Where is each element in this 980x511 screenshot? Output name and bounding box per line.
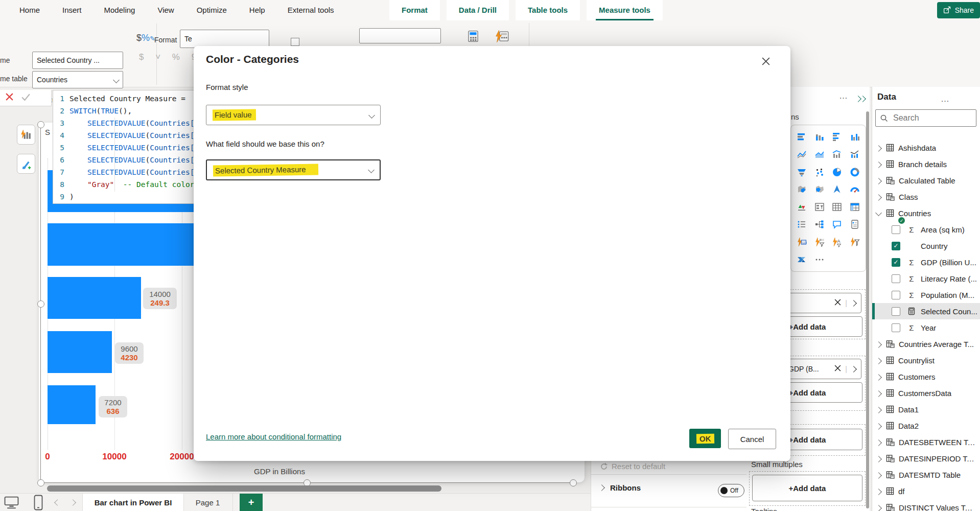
table-item-class[interactable]: Class <box>872 189 980 205</box>
table-item-calculated-table[interactable]: Calculated Table <box>872 172 980 189</box>
table-item-branch-details[interactable]: Branch details <box>872 156 980 172</box>
field-checkbox[interactable] <box>892 274 900 283</box>
field-checkbox[interactable] <box>892 291 900 299</box>
resize-handle[interactable] <box>570 479 577 486</box>
pie-visual-icon[interactable] <box>828 164 846 181</box>
ribbon-visual-icon[interactable] <box>793 164 811 181</box>
field-checkbox[interactable]: ✓ <box>892 242 900 250</box>
tab-measure-tools[interactable]: Measure tools <box>587 0 663 20</box>
ok-button[interactable]: OK <box>689 429 721 448</box>
share-button[interactable]: Share <box>937 2 980 18</box>
search-box[interactable] <box>875 109 976 127</box>
menu-item-optimize[interactable]: Optimize <box>185 0 238 20</box>
tab-data-drill[interactable]: Data / Drill <box>447 0 509 20</box>
page-tab-page1[interactable]: Page 1 <box>183 494 233 511</box>
format-visual-button[interactable] <box>17 154 35 174</box>
field-item-selected-coun-[interactable]: Selected Coun... <box>872 303 980 319</box>
table-item-customers[interactable]: Customers <box>872 368 980 385</box>
base-field-dropdown[interactable]: Selected Country Measure <box>206 159 381 180</box>
chevron-right-icon[interactable] <box>876 160 881 169</box>
cancel-button[interactable]: Cancel <box>728 429 776 449</box>
table-visual-icon[interactable] <box>828 198 846 216</box>
decomposition-tree-visual-icon[interactable] <box>811 216 829 233</box>
pane-scrollbar[interactable] <box>866 111 869 508</box>
ai-visual-visual-icon[interactable]: A <box>828 234 846 251</box>
quick-measure-icon[interactable] <box>495 30 510 45</box>
chevron-right-icon[interactable] <box>876 144 881 152</box>
chevron-right-icon[interactable] <box>876 193 881 201</box>
chevron-right-icon[interactable] <box>876 487 881 496</box>
kpi-visual-icon[interactable] <box>793 198 811 216</box>
chevron-right-icon[interactable] <box>876 373 881 381</box>
data-category-input[interactable] <box>359 28 441 43</box>
more-visual-icon[interactable] <box>811 251 829 268</box>
script-visual-visual-icon[interactable] <box>846 234 864 251</box>
field-item-literacy-rate-[interactable]: ΣLiteracy Rate (... <box>872 270 980 287</box>
format-style-dropdown[interactable]: Field value <box>206 105 381 125</box>
more-options-icon[interactable]: … <box>839 91 849 101</box>
paginated-report-visual-icon[interactable]: 123 <box>793 234 811 251</box>
bar[interactable] <box>48 277 141 319</box>
menu-item-help[interactable]: Help <box>238 0 276 20</box>
chevron-right-icon[interactable] <box>876 340 881 349</box>
new-measure-icon[interactable] <box>466 30 480 45</box>
azure-map-visual-icon[interactable] <box>828 181 846 198</box>
qa-visual-icon[interactable] <box>828 216 846 233</box>
menu-item-insert[interactable]: Insert <box>51 0 93 20</box>
field-item-gdp-billion-u-[interactable]: ✓ΣGDP (Billion U... <box>872 254 980 270</box>
checkbox-icon[interactable] <box>291 38 299 46</box>
ribbons-section[interactable]: Ribbons <box>599 483 641 492</box>
table-item-ashishdata[interactable]: Ashishdata <box>872 140 980 156</box>
chevron-right-icon[interactable] <box>876 389 881 398</box>
clustered-bar-visual-icon[interactable] <box>828 128 846 146</box>
number-format-buttons[interactable]: $ ˅ % 9 <box>139 52 201 62</box>
add-page-button[interactable]: + <box>240 494 263 511</box>
remove-field-icon[interactable] <box>834 365 841 373</box>
reset-to-default-button[interactable]: Reset to default <box>600 462 665 471</box>
field-item-country[interactable]: ✓Country <box>872 238 980 254</box>
smart-narrative-visual-icon[interactable] <box>846 216 864 233</box>
table-item-df[interactable]: df <box>872 483 980 499</box>
chevron-right-icon[interactable] <box>876 176 881 185</box>
tab-format[interactable]: Format <box>389 0 440 20</box>
filled-map-visual-icon[interactable] <box>811 181 829 198</box>
analyze-visual-button[interactable] <box>17 125 35 145</box>
next-page-icon[interactable] <box>71 498 75 506</box>
slicer-visual-icon[interactable] <box>793 216 811 233</box>
formatted-table-visual-icon[interactable] <box>811 198 829 216</box>
stacked-bar-visual-icon[interactable] <box>793 128 811 146</box>
mobile-view-icon[interactable] <box>34 495 43 511</box>
chevron-right-icon[interactable] <box>876 471 881 479</box>
area-visual-icon[interactable] <box>811 146 829 163</box>
donut-visual-icon[interactable] <box>846 164 864 181</box>
menu-item-view[interactable]: View <box>146 0 185 20</box>
table-item-countries[interactable]: ✓Countries <box>872 205 980 221</box>
measure-name-input[interactable]: Selected Country ... <box>32 52 123 69</box>
map-visual-icon[interactable] <box>793 181 811 198</box>
power-apps-visual-icon[interactable] <box>811 234 829 251</box>
clustered-column-visual-icon[interactable] <box>846 128 864 146</box>
line-stacked-column-visual-icon[interactable] <box>846 146 864 163</box>
chevron-down-icon[interactable] <box>876 208 881 217</box>
table-item-datesinperiod-table[interactable]: DATESINPERIOD Table <box>872 450 980 467</box>
collapse-pane-icon[interactable] <box>856 94 865 103</box>
bar[interactable] <box>48 385 96 424</box>
field-checkbox[interactable] <box>892 323 900 332</box>
expand-field-icon[interactable] <box>850 300 857 307</box>
chevron-right-icon[interactable] <box>876 356 881 365</box>
chevron-right-icon[interactable] <box>876 438 881 447</box>
gauge-visual-icon[interactable] <box>846 181 864 198</box>
tab-table-tools[interactable]: Table tools <box>516 0 580 20</box>
menu-item-modeling[interactable]: Modeling <box>93 0 147 20</box>
menu-item-home[interactable]: Home <box>8 0 51 20</box>
power-automate-visual-icon[interactable] <box>793 251 811 268</box>
expand-field-icon[interactable] <box>850 366 857 373</box>
remove-field-icon[interactable] <box>834 299 841 307</box>
ribbons-toggle[interactable]: Off <box>718 484 744 497</box>
line-visual-icon[interactable] <box>793 146 811 163</box>
stacked-column-visual-icon[interactable] <box>811 128 829 146</box>
desktop-view-icon[interactable] <box>4 496 19 511</box>
format-input[interactable]: Te <box>180 30 269 48</box>
field-checkbox[interactable] <box>892 225 900 234</box>
resize-handle[interactable] <box>37 479 44 486</box>
